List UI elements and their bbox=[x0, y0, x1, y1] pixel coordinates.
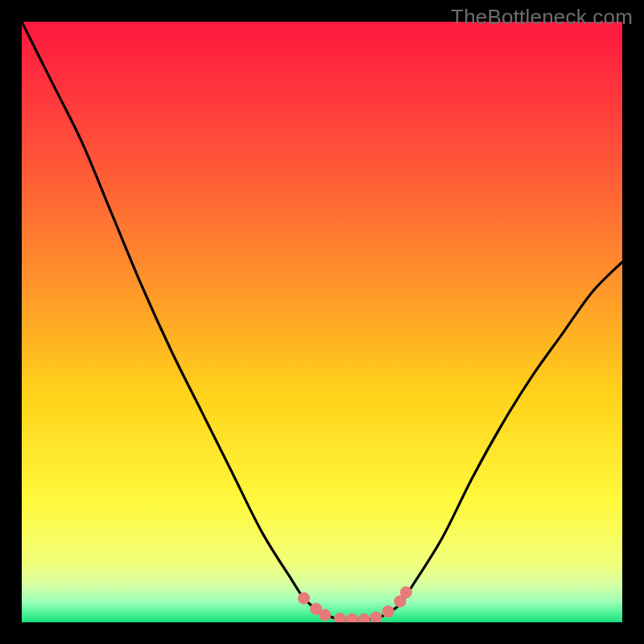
watermark: TheBottleneck.com bbox=[451, 5, 633, 30]
optimal-marker bbox=[334, 613, 346, 622]
optimal-marker bbox=[319, 609, 331, 621]
optimal-marker bbox=[298, 592, 310, 605]
optimal-marker bbox=[370, 612, 382, 622]
bottleneck-curve bbox=[22, 22, 622, 622]
optimal-marker bbox=[346, 613, 358, 622]
optimal-marker bbox=[358, 613, 370, 622]
chart-area bbox=[22, 22, 622, 622]
optimal-marker bbox=[400, 586, 412, 598]
optimal-marker bbox=[382, 605, 394, 617]
